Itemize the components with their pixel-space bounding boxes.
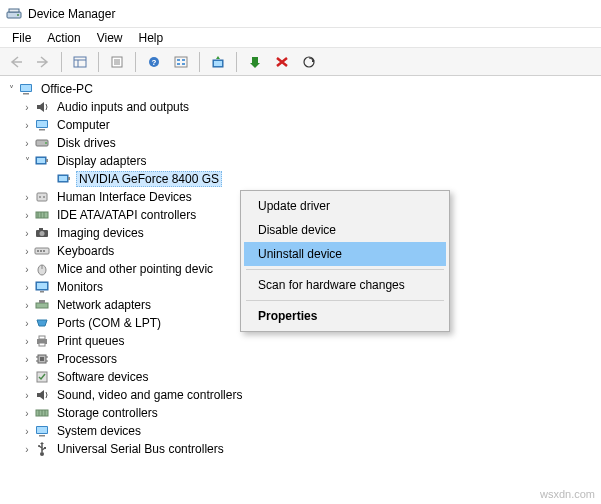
svg-rect-55: [39, 300, 45, 303]
system-icon: [34, 423, 50, 439]
watermark: wsxdn.com: [540, 488, 595, 500]
tree-root[interactable]: ˅ Office-PC: [2, 80, 599, 98]
menu-help[interactable]: Help: [131, 29, 172, 47]
show-hidden-button[interactable]: [68, 51, 92, 73]
properties-button[interactable]: [105, 51, 129, 73]
mouse-icon: [34, 261, 50, 277]
tree-item-storage[interactable]: › Storage controllers: [2, 404, 599, 422]
svg-rect-3: [74, 57, 86, 67]
toolbar-separator: [61, 52, 62, 72]
svg-point-73: [40, 452, 44, 456]
svg-rect-35: [37, 193, 47, 201]
chevron-down-icon[interactable]: ˅: [4, 84, 18, 95]
software-icon: [34, 369, 50, 385]
context-properties[interactable]: Properties: [244, 304, 446, 328]
tree-item-label: Sound, video and game controllers: [54, 387, 245, 403]
tree-item-label: Audio inputs and outputs: [54, 99, 192, 115]
tree-item-printqueues[interactable]: › Print queues: [2, 332, 599, 350]
context-uninstall-device[interactable]: Uninstall device: [244, 242, 446, 266]
svg-rect-58: [39, 343, 45, 346]
chevron-right-icon[interactable]: ›: [20, 282, 34, 293]
chevron-right-icon[interactable]: ›: [20, 426, 34, 437]
menu-file[interactable]: File: [4, 29, 39, 47]
tree-item-label: Monitors: [54, 279, 106, 295]
uninstall-button[interactable]: [270, 51, 294, 73]
svg-rect-47: [40, 250, 42, 252]
window-title: Device Manager: [28, 7, 115, 21]
chevron-right-icon[interactable]: ›: [20, 408, 34, 419]
chevron-right-icon[interactable]: ›: [20, 318, 34, 329]
svg-rect-54: [36, 303, 48, 308]
computer-icon: [34, 117, 50, 133]
menu-view[interactable]: View: [89, 29, 131, 47]
svg-point-2: [17, 14, 19, 16]
svg-rect-33: [59, 176, 67, 181]
svg-rect-1: [9, 9, 19, 12]
svg-rect-25: [37, 121, 47, 127]
tree-item-audio[interactable]: › Audio inputs and outputs: [2, 98, 599, 116]
titlebar: Device Manager: [0, 0, 601, 28]
forward-button[interactable]: [31, 51, 55, 73]
tree-item-usb[interactable]: › Universal Serial Bus controllers: [2, 440, 599, 458]
toolbar: ?: [0, 48, 601, 76]
chevron-right-icon[interactable]: ›: [20, 228, 34, 239]
svg-rect-14: [182, 59, 185, 61]
svg-rect-46: [37, 250, 39, 252]
chevron-right-icon[interactable]: ›: [20, 444, 34, 455]
context-disable-device[interactable]: Disable device: [244, 218, 446, 242]
context-separator: [246, 300, 444, 301]
enable-button[interactable]: [243, 51, 267, 73]
tree-item-software[interactable]: › Software devices: [2, 368, 599, 386]
svg-rect-16: [182, 63, 185, 65]
chevron-right-icon[interactable]: ›: [20, 354, 34, 365]
speaker-icon: [34, 99, 50, 115]
view-button[interactable]: [169, 51, 193, 73]
chevron-right-icon[interactable]: ›: [20, 300, 34, 311]
tree-item-disk[interactable]: › Disk drives: [2, 134, 599, 152]
chevron-right-icon[interactable]: ›: [20, 120, 34, 131]
svg-rect-13: [177, 59, 180, 61]
chevron-right-icon[interactable]: ›: [20, 336, 34, 347]
tree-root-label: Office-PC: [38, 81, 96, 97]
chevron-right-icon[interactable]: ›: [20, 246, 34, 257]
chevron-right-icon[interactable]: ›: [20, 210, 34, 221]
scan-hardware-button[interactable]: [297, 51, 321, 73]
svg-rect-52: [37, 283, 47, 289]
tree-item-label: Software devices: [54, 369, 151, 385]
svg-rect-53: [40, 291, 44, 293]
svg-point-43: [40, 231, 45, 236]
tree-item-label: Disk drives: [54, 135, 119, 151]
help-button[interactable]: ?: [142, 51, 166, 73]
tree-item-display[interactable]: ˅ Display adapters: [2, 152, 599, 170]
chevron-right-icon[interactable]: ›: [20, 264, 34, 275]
cpu-icon: [34, 351, 50, 367]
back-button[interactable]: [4, 51, 28, 73]
context-separator: [246, 269, 444, 270]
svg-rect-30: [37, 158, 45, 163]
menu-action[interactable]: Action: [39, 29, 88, 47]
chevron-right-icon[interactable]: ›: [20, 138, 34, 149]
svg-rect-76: [44, 447, 46, 449]
tree-item-label: Keyboards: [54, 243, 117, 259]
update-driver-button[interactable]: [206, 51, 230, 73]
chevron-right-icon[interactable]: ›: [20, 102, 34, 113]
tree-item-label: Imaging devices: [54, 225, 147, 241]
printer-icon: [34, 333, 50, 349]
toolbar-separator: [199, 52, 200, 72]
tree-item-label: System devices: [54, 423, 144, 439]
chevron-down-icon[interactable]: ˅: [20, 156, 34, 167]
chevron-right-icon[interactable]: ›: [20, 390, 34, 401]
hid-icon: [34, 189, 50, 205]
chevron-right-icon[interactable]: ›: [20, 192, 34, 203]
svg-rect-15: [177, 63, 180, 65]
tree-item-processors[interactable]: › Processors: [2, 350, 599, 368]
disk-icon: [34, 135, 50, 151]
controller-icon: [34, 405, 50, 421]
tree-item-system[interactable]: › System devices: [2, 422, 599, 440]
tree-item-computer[interactable]: › Computer: [2, 116, 599, 134]
tree-item-sound[interactable]: › Sound, video and game controllers: [2, 386, 599, 404]
context-scan-hardware[interactable]: Scan for hardware changes: [244, 273, 446, 297]
chevron-right-icon[interactable]: ›: [20, 372, 34, 383]
context-update-driver[interactable]: Update driver: [244, 194, 446, 218]
tree-item-nvidia[interactable]: NVIDIA GeForce 8400 GS: [2, 170, 599, 188]
